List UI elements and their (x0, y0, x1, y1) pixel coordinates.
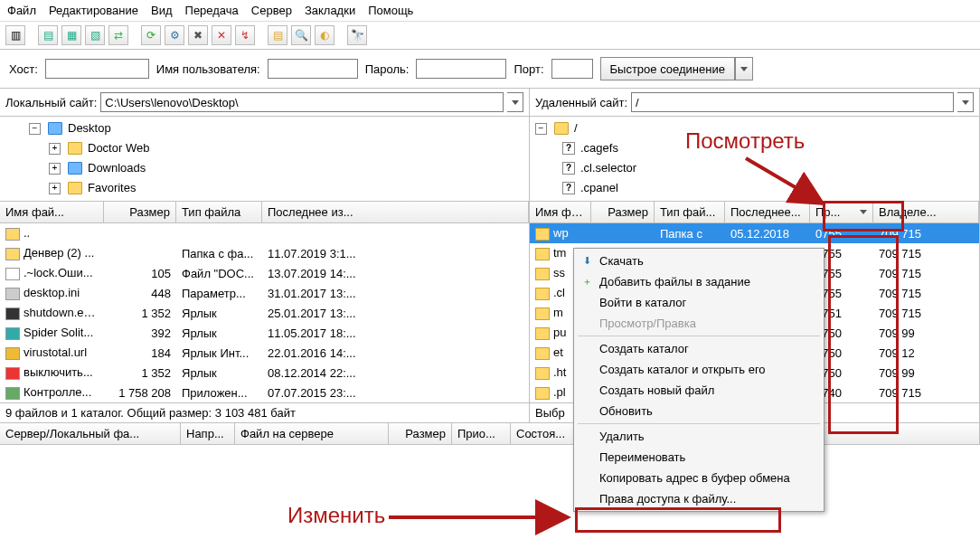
quickconnect-dropdown[interactable] (735, 57, 753, 80)
folder-icon (535, 307, 550, 320)
col-name[interactable]: Имя фай... (0, 202, 104, 222)
local-filelist[interactable]: ..Денвер (2) ...Папка с фа...11.07.2019 … (0, 223, 529, 402)
col-size[interactable]: Размер (104, 202, 176, 222)
col-modified[interactable]: Последнее... (725, 202, 810, 222)
table-row[interactable]: Контролле...1 758 208Приложен...07.07.20… (0, 383, 529, 402)
table-row[interactable]: Spider Solit...392Ярлык11.05.2017 18:... (0, 323, 529, 343)
toolbar-filter-icon[interactable]: ▤ (268, 25, 287, 45)
col-type[interactable]: Тип файла (176, 202, 262, 222)
remote-path-dropdown[interactable] (957, 92, 974, 112)
menu-server[interactable]: Сервер (251, 4, 292, 17)
toolbar-settings-icon[interactable]: ⚙ (165, 25, 184, 45)
file-icon (5, 307, 20, 320)
toolbar-cancel-icon[interactable]: ✖ (188, 25, 208, 45)
port-input[interactable] (551, 59, 593, 79)
ctx-enter-folder[interactable]: Войти в каталог (574, 292, 824, 313)
local-path-input[interactable] (100, 92, 504, 112)
folder-icon (535, 387, 550, 400)
ctx-file-permissions[interactable]: Права доступа к файлу... (574, 488, 824, 499)
col-modified[interactable]: Последнее из... (262, 202, 529, 222)
quickconnect-button[interactable]: Быстрое соединение (600, 57, 735, 80)
col-owner[interactable]: Владеле... (873, 202, 979, 222)
ctx-refresh[interactable]: Обновить (574, 401, 824, 421)
ctx-delete[interactable]: Удалить (574, 426, 824, 447)
remote-tree[interactable]: −/ ?.cagefs ?.cl.selector ?.cpanel (530, 117, 979, 202)
separator (578, 423, 820, 424)
toolbar-layout1-icon[interactable]: ▤ (38, 25, 58, 45)
separator (578, 336, 820, 336)
queue-col-size[interactable]: Размер (389, 423, 452, 444)
expand-icon[interactable]: + (49, 163, 61, 175)
add-icon: ＋ (580, 275, 594, 289)
toolbar-find-icon[interactable]: 🔭 (347, 25, 367, 45)
table-row[interactable]: virustotal.url184Ярлык Инт...22.01.2016 … (0, 343, 529, 363)
ctx-create-folder[interactable]: Создать каталог (574, 338, 824, 359)
toolbar-disconnect-icon[interactable]: ✕ (212, 25, 231, 45)
folder-icon (535, 288, 550, 300)
queue-col-prio[interactable]: Прио... (452, 423, 511, 444)
local-tree[interactable]: −Desktop +Doctor Web +Downloads +Favorit… (0, 117, 529, 202)
table-row[interactable]: .~lock.Оши...105Файл "DOC...13.07.2019 1… (0, 263, 529, 283)
queue-col-direction[interactable]: Напр... (181, 423, 235, 444)
toolbar-layout3-icon[interactable]: ▧ (85, 25, 105, 45)
file-icon (5, 288, 20, 300)
panes: Локальный сайт: −Desktop +Doctor Web +Do… (0, 89, 980, 423)
folder-icon (535, 367, 550, 380)
ctx-create-file[interactable]: Создать новый файл (574, 380, 824, 401)
col-type[interactable]: Тип фай... (655, 202, 725, 222)
remote-path-input[interactable] (631, 92, 954, 112)
file-icon (5, 327, 20, 340)
local-site-label: Локальный сайт: (5, 96, 97, 109)
menu-view[interactable]: Вид (151, 4, 173, 17)
menu-bookmarks[interactable]: Закладки (305, 4, 355, 17)
port-label: Порт: (514, 62, 543, 76)
toolbar-reconnect-icon[interactable]: ↯ (235, 25, 255, 45)
table-row[interactable]: shutdown.ex...1 352Ярлык25.01.2017 13:..… (0, 303, 529, 323)
toolbar-layout2-icon[interactable]: ▦ (61, 25, 81, 45)
local-path-dropdown[interactable] (507, 92, 523, 112)
table-row[interactable]: desktop.ini448Параметр...31.01.2017 13:.… (0, 283, 529, 303)
ctx-download[interactable]: ⬇Скачать (574, 251, 824, 271)
queue-col-remote[interactable]: Файл на сервере (235, 423, 389, 444)
table-row[interactable]: wpПапка с05.12.20180755709 715 (530, 223, 979, 243)
user-input[interactable] (268, 59, 358, 79)
toolbar-sitemanager-icon[interactable]: ▥ (5, 25, 25, 45)
file-icon (5, 367, 20, 380)
folder-icon (535, 347, 550, 360)
col-size[interactable]: Размер (591, 202, 655, 222)
toolbar-search-icon[interactable]: 🔍 (291, 25, 311, 45)
ctx-copy-url[interactable]: Копировать адрес в буфер обмена (574, 468, 824, 488)
desktop-icon (48, 122, 62, 135)
pass-input[interactable] (416, 59, 506, 79)
table-row[interactable]: Денвер (2) ...Папка с фа...11.07.2019 3:… (0, 243, 529, 263)
toolbar-sync-icon[interactable]: ⇄ (108, 25, 128, 45)
table-row[interactable]: выключить...1 352Ярлык08.12.2014 22:... (0, 363, 529, 383)
queue-col-server[interactable]: Сервер/Локальный фа... (0, 423, 181, 444)
ctx-create-folder-open[interactable]: Создать каталог и открыть его (574, 359, 824, 380)
menu-edit[interactable]: Редактирование (49, 4, 138, 17)
menu-transfer[interactable]: Передача (185, 4, 239, 17)
chevron-down-icon (740, 67, 748, 71)
user-label: Имя пользователя: (156, 62, 260, 76)
col-name[interactable]: Имя фа... (530, 202, 591, 222)
table-row[interactable]: .. (0, 223, 529, 243)
folder-icon (535, 228, 550, 241)
ctx-rename[interactable]: Переименовать (574, 447, 824, 468)
menu-file[interactable]: Файл (7, 4, 36, 17)
col-permissions[interactable]: Пр... (810, 202, 873, 222)
expand-icon[interactable]: + (49, 143, 61, 155)
queue-headers: Сервер/Локальный фа... Напр... Файл на с… (0, 423, 980, 445)
menu-help[interactable]: Помощь (368, 4, 413, 17)
collapse-icon[interactable]: − (535, 123, 547, 135)
collapse-icon[interactable]: − (29, 123, 41, 135)
expand-icon[interactable]: + (49, 183, 61, 194)
host-input[interactable] (45, 59, 149, 79)
ctx-view-edit: Просмотр/Правка (574, 313, 824, 334)
toolbar: ▥ ▤ ▦ ▧ ⇄ ⟳ ⚙ ✖ ✕ ↯ ▤ 🔍 ◐ 🔭 (0, 22, 980, 50)
folder-icon (68, 182, 82, 194)
toolbar-refresh-icon[interactable]: ⟳ (141, 25, 161, 45)
toolbar-compare-icon[interactable]: ◐ (315, 25, 335, 45)
file-icon (5, 347, 20, 360)
unknown-icon: ? (562, 142, 575, 155)
ctx-add-to-queue[interactable]: ＋Добавить файлы в задание (574, 271, 824, 292)
